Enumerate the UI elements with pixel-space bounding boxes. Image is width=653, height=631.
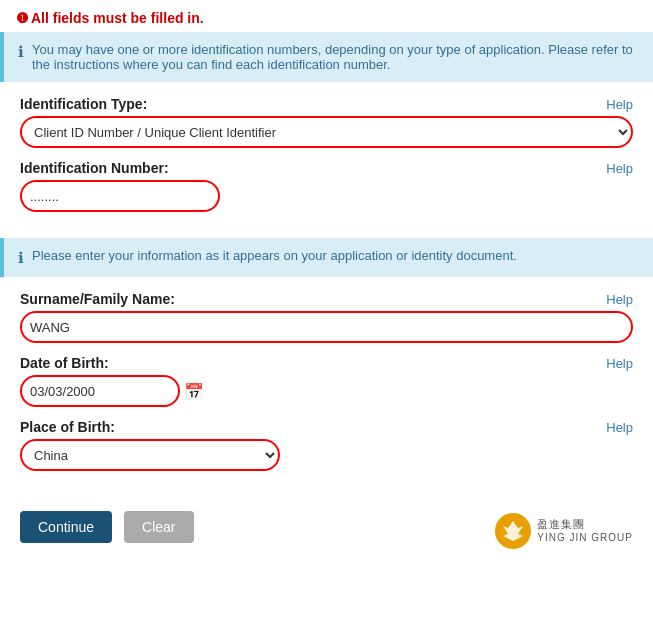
info-box-1: ℹ You may have one or more identificatio… bbox=[0, 32, 653, 82]
pob-help[interactable]: Help bbox=[606, 420, 633, 435]
id-type-row: Identification Type: Help bbox=[20, 96, 633, 112]
pob-row: Place of Birth: Help bbox=[20, 419, 633, 435]
surname-row: Surname/Family Name: Help bbox=[20, 291, 633, 307]
info-text-2: Please enter your information as it appe… bbox=[32, 248, 517, 263]
clear-button[interactable]: Clear bbox=[124, 511, 193, 543]
dob-label: Date of Birth: bbox=[20, 355, 109, 371]
id-type-help[interactable]: Help bbox=[606, 97, 633, 112]
dob-input-wrap: 📅 bbox=[20, 375, 633, 407]
id-type-select[interactable]: Client ID Number / Unique Client Identif… bbox=[20, 116, 633, 148]
info-icon-1: ℹ bbox=[18, 43, 24, 61]
id-number-label: Identification Number: bbox=[20, 160, 169, 176]
id-number-input[interactable] bbox=[20, 180, 220, 212]
id-number-help[interactable]: Help bbox=[606, 161, 633, 176]
pob-label: Place of Birth: bbox=[20, 419, 115, 435]
surname-help[interactable]: Help bbox=[606, 292, 633, 307]
personal-section: Surname/Family Name: Help Date of Birth:… bbox=[0, 277, 653, 497]
logo-text: 盈進集團 YING JIN GROUP bbox=[537, 518, 633, 543]
logo-area: 盈進集團 YING JIN GROUP bbox=[495, 513, 633, 549]
logo-icon bbox=[495, 513, 531, 549]
dob-input[interactable] bbox=[20, 375, 180, 407]
logo-svg bbox=[498, 516, 528, 546]
info-text-1: You may have one or more identification … bbox=[32, 42, 639, 72]
button-row: Continue Clear 盈進集團 YING JIN GROUP bbox=[0, 497, 653, 557]
surname-label: Surname/Family Name: bbox=[20, 291, 175, 307]
surname-input[interactable] bbox=[20, 311, 633, 343]
pob-select[interactable]: China Australia United States United Kin… bbox=[20, 439, 280, 471]
logo-english: YING JIN GROUP bbox=[537, 532, 633, 544]
error-icon: ❶ bbox=[16, 10, 29, 26]
error-bar: ❶All fields must be filled in. bbox=[0, 0, 653, 32]
info-box-2: ℹ Please enter your information as it ap… bbox=[0, 238, 653, 277]
id-type-label: Identification Type: bbox=[20, 96, 147, 112]
error-message: All fields must be filled in. bbox=[31, 10, 204, 26]
id-section: Identification Type: Help Client ID Numb… bbox=[0, 82, 653, 238]
id-number-row: Identification Number: Help bbox=[20, 160, 633, 176]
info-icon-2: ℹ bbox=[18, 249, 24, 267]
dob-help[interactable]: Help bbox=[606, 356, 633, 371]
logo-chinese: 盈進集團 bbox=[537, 518, 633, 531]
calendar-icon[interactable]: 📅 bbox=[184, 382, 204, 401]
dob-row: Date of Birth: Help bbox=[20, 355, 633, 371]
continue-button[interactable]: Continue bbox=[20, 511, 112, 543]
